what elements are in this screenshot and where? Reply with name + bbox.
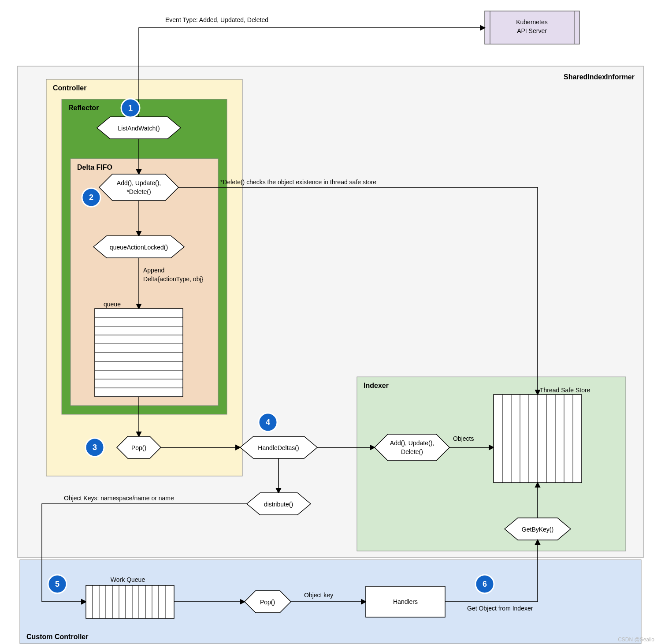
node-handledeltas: HandleDeltas() [240, 436, 317, 458]
svg-text:Pop(): Pop() [131, 444, 146, 451]
node-k8s-api: Kubernetes API Server [485, 11, 579, 44]
svg-text:queueActionLocked(): queueActionLocked() [110, 244, 168, 251]
node-distribute: distribute() [247, 493, 311, 515]
label-deletechecks: *Delete() checks the object existence in… [220, 179, 376, 186]
label-objectkey: Object key [304, 592, 333, 599]
label-reflector: Reflector [68, 104, 99, 112]
watermark: CSDN @Sealio [618, 637, 654, 643]
node-addupdatedelete: Add(), Update(), *Delete() [99, 174, 178, 201]
label-controller: Controller [53, 84, 86, 92]
svg-text:5: 5 [55, 580, 59, 588]
svg-text:Handlers: Handlers [393, 598, 418, 605]
svg-text:Add(), Update(),: Add(), Update(), [390, 439, 434, 447]
svg-marker-9 [99, 174, 178, 201]
label-customcontroller: Custom Controller [26, 633, 88, 640]
node-indexerops: Add(), Update(), Delete() [375, 434, 449, 461]
badge-2: 2 [82, 188, 100, 207]
label-objects: Objects [453, 435, 474, 442]
badge-4: 4 [259, 413, 277, 432]
svg-text:3: 3 [93, 443, 97, 452]
svg-text:*Delete(): *Delete() [126, 188, 151, 195]
svg-marker-36 [375, 434, 449, 461]
badge-1: 1 [121, 99, 140, 117]
badge-5: 5 [48, 575, 67, 593]
label-indexer: Indexer [364, 382, 389, 389]
label-sharedindexinformer: SharedIndexInformer [564, 73, 635, 81]
node-handlers: Handlers [366, 586, 445, 617]
badge-6: 6 [475, 575, 494, 593]
badge-3: 3 [85, 438, 104, 457]
label-appenddelta-1: Append [143, 267, 164, 274]
label-workqueue: Work Queue [111, 576, 145, 583]
svg-text:distribute(): distribute() [264, 501, 293, 508]
thread-safe-store-box [494, 395, 582, 483]
label-queue: queue [104, 301, 121, 308]
label-getobjfromindexer: Get Object from Indexer [467, 605, 533, 612]
label-eventtype: Event Type: Added, Updated, Deleted [165, 16, 268, 23]
svg-text:Kubernetes: Kubernetes [516, 19, 548, 26]
label-objectkeys: Object Keys: namespace/name or name [64, 495, 174, 502]
svg-text:1: 1 [128, 104, 133, 112]
svg-text:6: 6 [483, 580, 487, 588]
svg-text:HandleDeltas(): HandleDeltas() [258, 444, 299, 451]
label-threadsafestore: Thread Safe Store [540, 387, 590, 394]
region-indexer [357, 377, 626, 551]
svg-text:API Server: API Server [517, 27, 547, 34]
svg-text:Pop(): Pop() [260, 599, 275, 606]
work-queue-box [86, 585, 174, 618]
svg-text:4: 4 [266, 418, 270, 427]
node-listandwatch: ListAndWatch() [97, 117, 181, 139]
svg-text:2: 2 [89, 193, 93, 202]
svg-text:Add(), Update(),: Add(), Update(), [117, 179, 161, 186]
label-deltafifo: Delta FIFO [77, 164, 112, 171]
svg-text:Delete(): Delete() [401, 448, 423, 455]
queue-box [95, 309, 183, 397]
svg-text:ListAndWatch(): ListAndWatch() [118, 125, 160, 132]
svg-text:GetByKey(): GetByKey() [522, 526, 553, 533]
node-queueactionlocked: queueActionLocked() [93, 236, 184, 258]
node-getbykey: GetByKey() [505, 518, 571, 540]
label-appenddelta-2: Delta{actionType, obj} [143, 275, 204, 283]
